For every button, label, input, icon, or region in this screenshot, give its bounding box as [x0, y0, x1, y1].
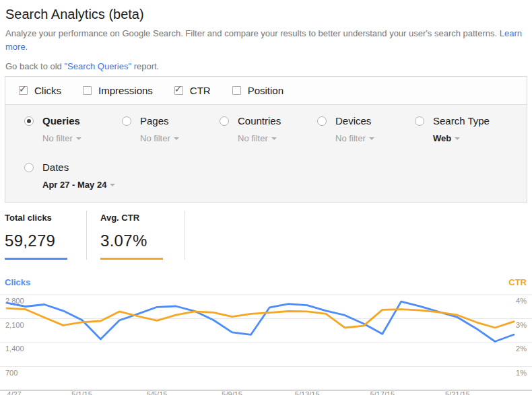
card-divider: [185, 211, 185, 260]
x-axis-tick: 5/5/15: [147, 390, 168, 395]
search-type-filter-value[interactable]: Web: [433, 133, 451, 143]
x-axis-tick: 5/21/15: [445, 390, 470, 395]
countries-filter-value[interactable]: No filter: [238, 133, 268, 143]
radio-icon[interactable]: [122, 116, 131, 126]
checkmark-icon: ✓: [174, 83, 182, 94]
checkbox-icon[interactable]: ✓: [83, 86, 92, 95]
radio-icon[interactable]: [220, 116, 229, 126]
impressions-checkbox[interactable]: ✓ Impressions: [83, 85, 153, 96]
page-description: Analyze your performance on Google Searc…: [5, 27, 527, 54]
description-text: Analyze your performance on Google Searc…: [5, 28, 500, 38]
pages-radio-label[interactable]: Pages: [140, 115, 169, 127]
chevron-down-icon: [455, 137, 460, 140]
pages-filter-dropdown[interactable]: No filter: [140, 133, 220, 143]
radio-dot-icon: [27, 119, 31, 123]
search-type-filter-dropdown[interactable]: Web: [433, 133, 512, 143]
devices-filter-dropdown[interactable]: No filter: [335, 133, 415, 143]
radio-icon[interactable]: [24, 163, 34, 172]
search-type-radio[interactable]: Search Type: [415, 115, 512, 127]
search-queries-link[interactable]: "Search Queries": [64, 61, 131, 71]
x-axis-tick: 5/1/15: [71, 390, 92, 395]
chevron-down-icon: [110, 184, 115, 186]
queries-filter-value[interactable]: No filter: [42, 133, 73, 143]
checkbox-icon[interactable]: ✓: [174, 86, 183, 95]
dates-filter-dropdown[interactable]: Apr 27 - May 24: [42, 180, 527, 190]
y-axis-tick-right: 3%: [516, 321, 527, 329]
position-checkbox-label[interactable]: Position: [248, 85, 284, 96]
search-type-radio-label[interactable]: Search Type: [433, 115, 490, 127]
dates-radio[interactable]: Dates: [24, 161, 527, 173]
devices-radio[interactable]: Devices: [317, 115, 415, 127]
clicks-axis-label: Clicks: [5, 277, 30, 287]
avg-ctr-label: Avg. CTR: [100, 213, 173, 223]
avg-ctr-card: Avg. CTR 3.07%: [100, 211, 173, 260]
analytics-chart-svg[interactable]: 2,8004%2,1003%1,4002%7001%4/275/1/155/5/…: [0, 289, 532, 395]
metric-checkbox-row: ✓ Clicks ✓ Impressions ✓ CTR ✓ Position: [5, 77, 527, 105]
queries-filter-dropdown[interactable]: No filter: [42, 133, 122, 143]
filter-panel: ✓ Clicks ✓ Impressions ✓ CTR ✓ Position …: [5, 76, 527, 203]
go-back-prefix: Go back to old: [5, 61, 64, 71]
y-axis-tick-right: 2%: [516, 345, 527, 353]
dimension-countries: Countries No filter: [220, 115, 317, 143]
summary-cards: Total clicks 59,279 Avg. CTR 3.07%: [5, 211, 185, 260]
position-checkbox[interactable]: ✓ Position: [232, 85, 284, 96]
total-clicks-card: Total clicks 59,279: [5, 211, 77, 260]
total-clicks-value: 59,279: [5, 231, 77, 250]
ctr-checkbox-label[interactable]: CTR: [190, 85, 211, 96]
card-divider: [86, 211, 87, 260]
chevron-down-icon: [369, 137, 374, 140]
radio-icon[interactable]: [24, 116, 34, 126]
go-back-line: Go back to old "Search Queries" report.: [5, 61, 527, 71]
ctr-checkbox[interactable]: ✓ CTR: [174, 85, 211, 96]
chevron-down-icon: [271, 137, 277, 140]
y-axis-tick-right: 4%: [516, 297, 527, 305]
date-range-value[interactable]: Apr 27 - May 24: [42, 180, 106, 190]
dimension-section: Queries No filter Pages No filter Countr…: [5, 105, 527, 202]
go-back-suffix: report.: [131, 61, 159, 71]
page-title: Search Analytics (beta): [5, 7, 527, 22]
chevron-down-icon: [76, 137, 81, 140]
x-axis-tick: 4/27: [7, 390, 21, 395]
chevron-down-icon: [174, 137, 179, 140]
analytics-chart: Clicks CTR 2,8004%2,1003%1,4002%7001%4/2…: [0, 276, 532, 395]
x-axis-tick: 5/17/15: [370, 390, 395, 395]
x-axis-tick: 5/9/15: [222, 390, 242, 395]
total-clicks-label: Total clicks: [5, 213, 77, 223]
dimension-row: Queries No filter Pages No filter Countr…: [24, 115, 527, 143]
checkbox-icon[interactable]: ✓: [232, 86, 241, 95]
total-clicks-underline: [5, 258, 67, 260]
clicks-checkbox-label[interactable]: Clicks: [34, 85, 61, 96]
dimension-pages: Pages No filter: [122, 115, 220, 143]
y-axis-tick-left: 2,100: [5, 321, 24, 329]
radio-icon[interactable]: [415, 116, 424, 126]
dimension-queries: Queries No filter: [24, 115, 122, 143]
devices-radio-label[interactable]: Devices: [335, 115, 371, 127]
radio-icon[interactable]: [317, 116, 327, 126]
pages-radio[interactable]: Pages: [122, 115, 220, 127]
countries-radio[interactable]: Countries: [220, 115, 317, 127]
checkmark-icon: ✓: [19, 83, 27, 94]
countries-filter-dropdown[interactable]: No filter: [238, 133, 317, 143]
ctr-line: [7, 308, 514, 328]
ctr-axis-label: CTR: [508, 277, 527, 287]
dimension-devices: Devices No filter: [317, 115, 415, 143]
devices-filter-value[interactable]: No filter: [335, 133, 366, 143]
pages-filter-value[interactable]: No filter: [140, 133, 170, 143]
queries-radio-label[interactable]: Queries: [42, 115, 80, 127]
impressions-checkbox-label[interactable]: Impressions: [98, 85, 153, 96]
countries-radio-label[interactable]: Countries: [238, 115, 281, 127]
page-header: Search Analytics (beta) Analyze your per…: [0, 0, 532, 71]
x-axis-tick: 5/13/15: [295, 390, 320, 395]
clicks-checkbox[interactable]: ✓ Clicks: [19, 85, 61, 96]
y-axis-tick-left: 700: [5, 369, 18, 377]
y-axis-tick-right: 1%: [516, 369, 527, 377]
y-axis-tick-left: 1,400: [5, 345, 24, 353]
checkbox-icon[interactable]: ✓: [19, 86, 28, 95]
avg-ctr-underline: [100, 258, 163, 260]
dimension-search-type: Search Type Web: [415, 115, 512, 143]
avg-ctr-value: 3.07%: [100, 231, 173, 250]
dimension-dates: Dates Apr 27 - May 24: [24, 161, 527, 190]
queries-radio[interactable]: Queries: [24, 115, 122, 127]
dates-radio-label[interactable]: Dates: [42, 161, 69, 173]
